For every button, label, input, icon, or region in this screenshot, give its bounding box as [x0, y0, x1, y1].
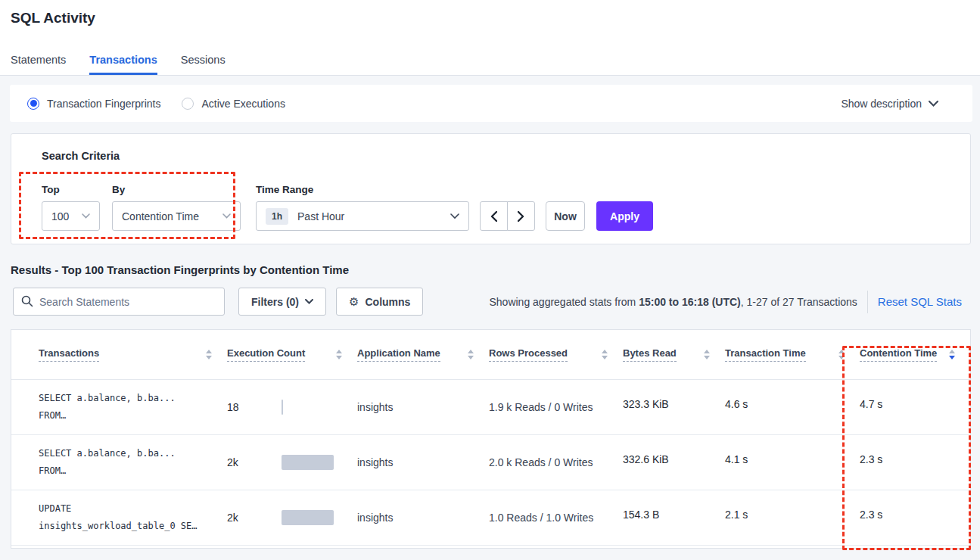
col-header-transactions[interactable]: Transactions [11, 330, 227, 379]
time-range-select[interactable]: 1h Past Hour [256, 201, 469, 231]
show-description-toggle[interactable]: Show description [841, 98, 938, 110]
time-range-badge: 1h [266, 208, 288, 225]
application-name-value: insights [357, 379, 489, 434]
contention-time-value: 2.3 s [860, 509, 964, 521]
page-header: SQL Activity Statements Transactions Ses… [0, 0, 980, 76]
chevron-left-icon [490, 211, 497, 222]
by-label: By [112, 184, 241, 195]
next-time-button[interactable] [507, 201, 535, 231]
time-range-stepper [480, 201, 535, 231]
rows-processed-value: 2.0 k Reads / 0 Writes [489, 434, 623, 490]
top-label: Top [42, 184, 100, 195]
application-name-value: insights [357, 490, 489, 545]
bytes-read-value: 154.3 B [623, 509, 719, 521]
search-criteria-card: Search Criteria Top 100 By Contention Ti… [11, 133, 971, 244]
table-row[interactable]: SELECT a.balance, b.ba...FROM… 18 insigh… [11, 379, 970, 434]
now-button[interactable]: Now [546, 201, 585, 231]
bytes-read-value: 323.3 KiB [623, 398, 719, 410]
chevron-down-icon [82, 213, 90, 219]
col-header-application-name[interactable]: Application Name [357, 330, 489, 379]
chevron-down-icon [929, 101, 938, 107]
columns-label: Columns [365, 296, 410, 308]
tab-sessions[interactable]: Sessions [181, 54, 226, 75]
top-select[interactable]: 100 [42, 201, 100, 231]
search-criteria-title: Search Criteria [42, 150, 970, 162]
sort-icon[interactable] [602, 350, 608, 359]
aggregated-stats-text: Showing aggregated stats from 15:00 to 1… [489, 296, 857, 308]
execution-count-bar [282, 400, 365, 415]
col-header-execution-count[interactable]: Execution Count [227, 330, 357, 379]
chevron-down-icon [450, 213, 459, 219]
time-range-value: Past Hour [297, 210, 344, 222]
by-select-value: Contention Time [122, 210, 199, 222]
application-name-value: insights [357, 434, 489, 490]
transaction-time-value: 4.6 s [725, 398, 854, 410]
results-heading: Results - Top 100 Transaction Fingerprin… [11, 263, 980, 276]
chevron-down-icon [222, 213, 231, 219]
sort-icon[interactable] [949, 350, 955, 359]
execution-count-value: 2k [227, 456, 282, 468]
gear-icon: ⚙ [349, 295, 359, 309]
transaction-fingerprint-link[interactable]: UPDATEinsights_workload_table_0 SE… [39, 500, 221, 534]
rows-processed-value: 1.9 k Reads / 0 Writes [489, 379, 623, 434]
tab-transactions[interactable]: Transactions [89, 54, 157, 75]
by-field: By Contention Time [112, 184, 241, 231]
search-statements-input[interactable] [13, 288, 225, 316]
execution-count-value: 18 [227, 401, 282, 413]
contention-time-value: 2.3 s [860, 453, 964, 465]
execution-count-value: 2k [227, 512, 282, 524]
radio-selected-icon[interactable] [27, 98, 39, 110]
chevron-right-icon [518, 211, 524, 222]
sort-icon[interactable] [838, 350, 845, 359]
sort-icon[interactable] [468, 350, 474, 359]
col-header-contention-time[interactable]: Contention Time [860, 330, 970, 379]
filters-label: Filters (0) [251, 296, 299, 308]
transaction-time-value: 2.1 s [725, 509, 854, 521]
sort-icon[interactable] [206, 350, 212, 359]
tab-bar: Statements Transactions Sessions [11, 54, 226, 75]
sort-icon[interactable] [336, 350, 342, 359]
radio-label: Transaction Fingerprints [47, 98, 160, 110]
filters-button[interactable]: Filters (0) [238, 288, 326, 316]
page-title: SQL Activity [11, 10, 980, 26]
divider [867, 291, 868, 313]
rows-processed-value: 1.0 Reads / 1.0 Writes [489, 490, 623, 545]
columns-button[interactable]: ⚙ Columns [336, 288, 423, 316]
time-range-field: Time Range 1h Past Hour [256, 184, 469, 231]
sort-icon[interactable] [704, 350, 710, 359]
bytes-read-value: 332.6 KiB [623, 453, 719, 465]
chevron-down-icon [305, 299, 313, 304]
top-select-value: 100 [51, 210, 69, 222]
top-field: Top 100 [42, 184, 100, 231]
col-header-rows-processed[interactable]: Rows Processed [489, 330, 623, 379]
transactions-table-card: Transactions Execution Count Application… [11, 329, 971, 549]
transaction-time-value: 4.1 s [725, 453, 854, 465]
execution-count-bar [282, 455, 365, 470]
show-description-label: Show description [841, 98, 922, 110]
radio-active-executions[interactable]: Active Executions [182, 98, 285, 110]
results-controls: Filters (0) ⚙ Columns Showing aggregated… [13, 288, 971, 316]
time-range-label: Time Range [256, 184, 469, 195]
col-header-bytes-read[interactable]: Bytes Read [623, 330, 725, 379]
radio-label: Active Executions [201, 98, 285, 110]
contention-time-value: 4.7 s [860, 398, 964, 410]
execution-count-bar [282, 510, 365, 525]
reset-sql-stats-link[interactable]: Reset SQL Stats [878, 295, 962, 308]
col-header-transaction-time[interactable]: Transaction Time [725, 330, 860, 379]
tab-statements[interactable]: Statements [11, 54, 66, 75]
table-header-row: Transactions Execution Count Application… [11, 330, 970, 379]
transaction-fingerprint-link[interactable]: SELECT a.balance, b.ba...FROM… [39, 390, 221, 423]
table-row[interactable]: SELECT a.balance, b.ba...FROM… 2k insigh… [11, 434, 970, 490]
transactions-table: Transactions Execution Count Application… [11, 330, 970, 546]
apply-button[interactable]: Apply [596, 201, 653, 231]
prev-time-button[interactable] [480, 201, 508, 231]
view-toggle-bar: Transaction Fingerprints Active Executio… [10, 85, 972, 122]
by-select[interactable]: Contention Time [112, 201, 241, 231]
radio-transaction-fingerprints[interactable]: Transaction Fingerprints [27, 98, 160, 110]
radio-unselected-icon[interactable] [182, 98, 194, 110]
transaction-fingerprint-link[interactable]: SELECT a.balance, b.ba...FROM… [39, 445, 221, 478]
table-row[interactable]: UPDATEinsights_workload_table_0 SE… 2k i… [11, 490, 970, 545]
search-icon [21, 295, 33, 307]
